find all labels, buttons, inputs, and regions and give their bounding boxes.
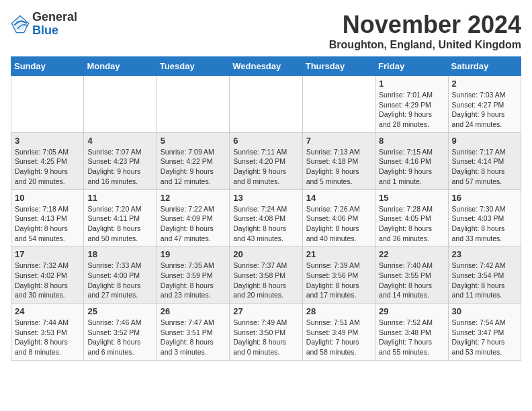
day-info: Sunrise: 7:28 AM Sunset: 4:05 PM Dayligh…	[379, 204, 444, 244]
day-number: 14	[306, 193, 371, 203]
calendar-cell: 29Sunrise: 7:52 AM Sunset: 3:48 PM Dayli…	[375, 304, 448, 361]
day-info: Sunrise: 7:05 AM Sunset: 4:25 PM Dayligh…	[15, 147, 80, 187]
day-info: Sunrise: 7:18 AM Sunset: 4:13 PM Dayligh…	[15, 204, 80, 244]
day-info: Sunrise: 7:01 AM Sunset: 4:29 PM Dayligh…	[379, 90, 444, 130]
calendar-cell: 20Sunrise: 7:37 AM Sunset: 3:58 PM Dayli…	[230, 246, 302, 304]
day-header-friday: Friday	[375, 57, 448, 76]
day-number: 9	[452, 136, 517, 146]
day-info: Sunrise: 7:46 AM Sunset: 3:52 PM Dayligh…	[87, 318, 152, 357]
title-area: November 2024 Broughton, England, United…	[329, 11, 521, 51]
calendar-header-row: SundayMondayTuesdayWednesdayThursdayFrid…	[11, 57, 521, 76]
calendar-cell: 11Sunrise: 7:20 AM Sunset: 4:11 PM Dayli…	[84, 189, 157, 246]
calendar-cell: 8Sunrise: 7:15 AM Sunset: 4:16 PM Daylig…	[375, 132, 448, 189]
day-number: 4	[87, 136, 152, 146]
calendar-cell: 18Sunrise: 7:33 AM Sunset: 4:00 PM Dayli…	[84, 246, 157, 304]
day-info: Sunrise: 7:39 AM Sunset: 3:56 PM Dayligh…	[306, 261, 371, 300]
day-info: Sunrise: 7:35 AM Sunset: 3:59 PM Dayligh…	[161, 261, 226, 300]
calendar-cell	[157, 76, 229, 133]
day-info: Sunrise: 7:52 AM Sunset: 3:48 PM Dayligh…	[379, 318, 444, 357]
day-info: Sunrise: 7:22 AM Sunset: 4:09 PM Dayligh…	[161, 204, 226, 244]
day-number: 10	[15, 193, 80, 203]
day-header-thursday: Thursday	[302, 57, 375, 76]
day-info: Sunrise: 7:54 AM Sunset: 3:47 PM Dayligh…	[452, 318, 517, 357]
calendar-cell: 15Sunrise: 7:28 AM Sunset: 4:05 PM Dayli…	[375, 189, 448, 246]
calendar-cell: 26Sunrise: 7:47 AM Sunset: 3:51 PM Dayli…	[157, 304, 229, 361]
day-header-saturday: Saturday	[448, 57, 521, 76]
day-number: 26	[161, 306, 226, 316]
day-info: Sunrise: 7:37 AM Sunset: 3:58 PM Dayligh…	[233, 261, 298, 300]
day-info: Sunrise: 7:44 AM Sunset: 3:53 PM Dayligh…	[15, 318, 80, 357]
day-info: Sunrise: 7:30 AM Sunset: 4:03 PM Dayligh…	[452, 204, 517, 244]
day-number: 16	[452, 193, 517, 203]
day-info: Sunrise: 7:07 AM Sunset: 4:23 PM Dayligh…	[87, 147, 152, 187]
day-header-sunday: Sunday	[11, 57, 84, 76]
day-header-monday: Monday	[84, 57, 157, 76]
calendar-cell: 5Sunrise: 7:09 AM Sunset: 4:22 PM Daylig…	[157, 132, 229, 189]
header: General Blue November 2024 Broughton, En…	[11, 11, 521, 51]
calendar-cell: 10Sunrise: 7:18 AM Sunset: 4:13 PM Dayli…	[11, 189, 84, 246]
calendar-cell: 25Sunrise: 7:46 AM Sunset: 3:52 PM Dayli…	[84, 304, 157, 361]
day-number: 15	[379, 193, 444, 203]
day-number: 28	[306, 306, 371, 316]
day-info: Sunrise: 7:49 AM Sunset: 3:50 PM Dayligh…	[233, 318, 298, 357]
day-number: 17	[15, 249, 80, 259]
logo-icon	[11, 15, 30, 34]
calendar-week-row: 24Sunrise: 7:44 AM Sunset: 3:53 PM Dayli…	[11, 304, 521, 361]
calendar-cell: 30Sunrise: 7:54 AM Sunset: 3:47 PM Dayli…	[448, 304, 521, 361]
calendar-cell: 2Sunrise: 7:03 AM Sunset: 4:27 PM Daylig…	[448, 76, 521, 133]
calendar-cell: 23Sunrise: 7:42 AM Sunset: 3:54 PM Dayli…	[448, 246, 521, 304]
day-number: 12	[161, 193, 226, 203]
calendar-cell: 12Sunrise: 7:22 AM Sunset: 4:09 PM Dayli…	[157, 189, 229, 246]
calendar-cell: 19Sunrise: 7:35 AM Sunset: 3:59 PM Dayli…	[157, 246, 229, 304]
day-info: Sunrise: 7:47 AM Sunset: 3:51 PM Dayligh…	[161, 318, 226, 357]
calendar-cell: 27Sunrise: 7:49 AM Sunset: 3:50 PM Dayli…	[230, 304, 302, 361]
calendar-week-row: 10Sunrise: 7:18 AM Sunset: 4:13 PM Dayli…	[11, 189, 521, 246]
day-number: 2	[452, 79, 517, 89]
calendar-cell: 21Sunrise: 7:39 AM Sunset: 3:56 PM Dayli…	[302, 246, 375, 304]
calendar-cell: 3Sunrise: 7:05 AM Sunset: 4:25 PM Daylig…	[11, 132, 84, 189]
day-info: Sunrise: 7:40 AM Sunset: 3:55 PM Dayligh…	[379, 261, 444, 300]
calendar-table: SundayMondayTuesdayWednesdayThursdayFrid…	[11, 56, 521, 361]
day-info: Sunrise: 7:09 AM Sunset: 4:22 PM Dayligh…	[161, 147, 226, 187]
day-info: Sunrise: 7:03 AM Sunset: 4:27 PM Dayligh…	[452, 90, 517, 130]
day-info: Sunrise: 7:15 AM Sunset: 4:16 PM Dayligh…	[379, 147, 444, 187]
day-info: Sunrise: 7:13 AM Sunset: 4:18 PM Dayligh…	[306, 147, 371, 187]
day-info: Sunrise: 7:24 AM Sunset: 4:08 PM Dayligh…	[233, 204, 298, 244]
day-info: Sunrise: 7:42 AM Sunset: 3:54 PM Dayligh…	[452, 261, 517, 300]
day-number: 13	[233, 193, 298, 203]
calendar-week-row: 3Sunrise: 7:05 AM Sunset: 4:25 PM Daylig…	[11, 132, 521, 189]
day-info: Sunrise: 7:26 AM Sunset: 4:06 PM Dayligh…	[306, 204, 371, 244]
day-info: Sunrise: 7:11 AM Sunset: 4:20 PM Dayligh…	[233, 147, 298, 187]
calendar-cell: 7Sunrise: 7:13 AM Sunset: 4:18 PM Daylig…	[302, 132, 375, 189]
day-info: Sunrise: 7:32 AM Sunset: 4:02 PM Dayligh…	[15, 261, 80, 300]
day-info: Sunrise: 7:17 AM Sunset: 4:14 PM Dayligh…	[452, 147, 517, 187]
calendar-cell: 1Sunrise: 7:01 AM Sunset: 4:29 PM Daylig…	[375, 76, 448, 133]
day-number: 29	[379, 306, 444, 316]
location-subtitle: Broughton, England, United Kingdom	[329, 39, 521, 51]
day-number: 5	[161, 136, 226, 146]
day-number: 18	[87, 249, 152, 259]
day-header-wednesday: Wednesday	[230, 57, 302, 76]
day-number: 23	[452, 249, 517, 259]
calendar-cell: 24Sunrise: 7:44 AM Sunset: 3:53 PM Dayli…	[11, 304, 84, 361]
calendar-week-row: 17Sunrise: 7:32 AM Sunset: 4:02 PM Dayli…	[11, 246, 521, 304]
day-number: 22	[379, 249, 444, 259]
day-number: 25	[87, 306, 152, 316]
calendar-week-row: 1Sunrise: 7:01 AM Sunset: 4:29 PM Daylig…	[11, 76, 521, 133]
day-number: 27	[233, 306, 298, 316]
day-number: 7	[306, 136, 371, 146]
calendar-cell	[11, 76, 84, 133]
logo: General Blue	[11, 11, 77, 38]
day-number: 1	[379, 79, 444, 89]
day-number: 24	[15, 306, 80, 316]
calendar-cell: 14Sunrise: 7:26 AM Sunset: 4:06 PM Dayli…	[302, 189, 375, 246]
day-info: Sunrise: 7:33 AM Sunset: 4:00 PM Dayligh…	[87, 261, 152, 300]
day-header-tuesday: Tuesday	[157, 57, 229, 76]
day-number: 6	[233, 136, 298, 146]
day-number: 3	[15, 136, 80, 146]
day-info: Sunrise: 7:51 AM Sunset: 3:49 PM Dayligh…	[306, 318, 371, 357]
logo-text: General Blue	[32, 11, 77, 38]
calendar-cell: 28Sunrise: 7:51 AM Sunset: 3:49 PM Dayli…	[302, 304, 375, 361]
day-number: 8	[379, 136, 444, 146]
month-title: November 2024	[329, 11, 521, 39]
